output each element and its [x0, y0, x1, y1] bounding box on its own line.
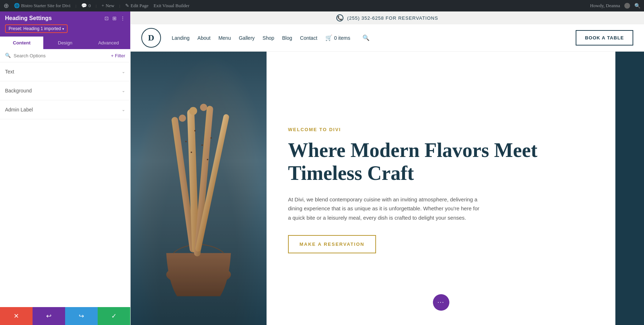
svg-point-12	[201, 144, 203, 146]
nav-link-menu[interactable]: Menu	[218, 35, 231, 41]
option-background-label: Background	[5, 88, 32, 94]
responsive-icon[interactable]: ⊡	[104, 15, 109, 21]
howdy-label: Howdy, Deanna	[590, 3, 620, 9]
book-table-button[interactable]: BOOK A TABLE	[576, 30, 633, 46]
sidebar-header-icons: ⊡ ⊞ ⋮	[104, 15, 125, 21]
phone-glyph: 📞	[337, 16, 342, 20]
more-icon[interactable]: ⋮	[120, 15, 125, 21]
option-text-arrow: ⌄	[122, 69, 125, 75]
svg-point-5	[189, 107, 197, 115]
nav-link-contact[interactable]: Contact	[300, 35, 317, 41]
main-layout: Heading Settings ⊡ ⊞ ⋮ Preset: Heading 1…	[0, 11, 644, 325]
phone-icon: 📞	[336, 14, 343, 21]
website-preview: 📞 (255) 352-6258 FOR RESERVATIONS D Land…	[131, 11, 644, 325]
filter-button[interactable]: + Filter	[111, 53, 125, 58]
admin-bar-right: Howdy, Deanna 🔍	[590, 3, 640, 9]
nav-link-gallery[interactable]: Gallery	[239, 35, 254, 41]
phone-bar: 📞 (255) 352-6258 FOR RESERVATIONS	[131, 11, 644, 24]
preset-badge[interactable]: Preset: Heading 1 imported ▾	[5, 24, 68, 33]
nav-links: Landing About Menu Gallery Shop Blog Con…	[172, 34, 565, 41]
nav-link-about[interactable]: About	[197, 35, 211, 41]
redo-button[interactable]: ↪	[65, 307, 98, 325]
site-logo[interactable]: D	[141, 28, 161, 48]
save-icon: ✓	[111, 312, 117, 320]
tab-design[interactable]: Design	[43, 37, 87, 49]
option-admin-label-label: Admin Label	[5, 107, 33, 113]
layout-icon[interactable]: ⊞	[112, 15, 117, 21]
hero-heading: Where Modern Flavors Meet Timeless Craft	[288, 139, 594, 185]
phone-text: (255) 352-6258 FOR RESERVATIONS	[347, 15, 438, 21]
sidebar-actions: ✕ ↩ ↪ ✓	[0, 307, 130, 325]
sidebar-title: Heading Settings	[5, 15, 52, 21]
dots-icon: ···	[438, 299, 445, 306]
sidebar-options: Text ⌄ Background ⌄ Admin Label ⌄	[0, 62, 130, 307]
hero-content: WELCOME TO DIVI Where Modern Flavors Mee…	[267, 52, 615, 325]
option-admin-label[interactable]: Admin Label ⌄	[0, 100, 130, 119]
svg-point-10	[191, 152, 192, 153]
sep1: |	[75, 4, 76, 8]
admin-bar: ⊕ 🌐 Bistro Starter Site for Divi | 💬 0 |…	[0, 0, 644, 11]
nav-link-blog[interactable]: Blog	[282, 35, 292, 41]
reservation-button[interactable]: MAKE A RESERVATION	[288, 235, 376, 253]
navbar: D Landing About Menu Gallery Shop Blog C…	[131, 24, 644, 52]
comment-icon: 💬	[81, 3, 87, 9]
hero-section: WELCOME TO DIVI Where Modern Flavors Mee…	[131, 52, 644, 325]
cancel-button[interactable]: ✕	[0, 307, 33, 325]
hero-eyebrow: WELCOME TO DIVI	[288, 127, 594, 132]
breadstick-svg	[131, 52, 267, 325]
option-text[interactable]: Text ⌄	[0, 62, 130, 81]
hero-body-text: At Divi, we blend contemporary cuisine w…	[288, 195, 481, 223]
tab-advanced[interactable]: Advanced	[87, 37, 130, 49]
svg-point-13	[207, 159, 208, 160]
sidebar-title-row: Heading Settings ⊡ ⊞ ⋮	[5, 15, 125, 24]
preset-label: Preset: Heading 1 imported	[9, 26, 61, 31]
cart-count: 0 items	[334, 35, 350, 41]
svg-point-11	[194, 130, 196, 132]
hero-right-panel	[615, 52, 644, 325]
nav-link-landing[interactable]: Landing	[172, 35, 190, 41]
undo-icon: ↩	[46, 312, 52, 320]
search-options-input[interactable]	[14, 53, 108, 58]
svg-point-7	[200, 104, 207, 111]
nav-link-shop[interactable]: Shop	[263, 35, 274, 41]
svg-point-3	[179, 115, 186, 122]
search-icon: 🔍	[5, 53, 11, 58]
plus-icon: +	[102, 3, 104, 9]
sidebar: Heading Settings ⊡ ⊞ ⋮ Preset: Heading 1…	[0, 11, 131, 325]
nav-search-icon[interactable]: 🔍	[362, 34, 370, 41]
save-button[interactable]: ✓	[98, 307, 130, 325]
exit-builder-link[interactable]: Exit Visual Builder	[153, 3, 189, 9]
logo-letter: D	[148, 33, 154, 43]
comments-link[interactable]: 💬 0	[81, 3, 91, 9]
option-admin-label-arrow: ⌄	[122, 107, 125, 113]
sidebar-tabs: Content Design Advanced	[0, 37, 130, 49]
nav-cart[interactable]: 🛒 0 items	[325, 34, 350, 41]
hero-image-panel	[131, 52, 267, 325]
sep2: |	[96, 4, 97, 8]
option-background-arrow: ⌄	[122, 88, 125, 94]
admin-search-icon[interactable]: 🔍	[634, 3, 640, 9]
preset-arrow: ▾	[62, 27, 64, 31]
option-text-label: Text	[5, 69, 14, 75]
sep3: |	[119, 4, 120, 8]
sidebar-header: Heading Settings ⊡ ⊞ ⋮ Preset: Heading 1…	[0, 11, 130, 37]
sidebar-search: 🔍 + Filter	[0, 49, 130, 62]
tab-content[interactable]: Content	[0, 37, 43, 49]
site-name[interactable]: 🌐 Bistro Starter Site for Divi	[14, 3, 70, 9]
pencil-icon: ✎	[125, 3, 129, 9]
edit-page-link[interactable]: ✎ Edit Page	[125, 3, 148, 9]
dots-menu-button[interactable]: ···	[433, 294, 449, 311]
wordpress-icon[interactable]: ⊕	[4, 2, 9, 10]
cart-icon: 🛒	[325, 34, 332, 41]
svg-point-14	[210, 137, 212, 139]
cancel-icon: ✕	[14, 312, 19, 320]
redo-icon: ↪	[79, 312, 84, 320]
admin-bar-left: ⊕ 🌐 Bistro Starter Site for Divi | 💬 0 |…	[4, 2, 584, 10]
svg-point-9	[185, 141, 187, 142]
user-avatar[interactable]	[624, 3, 630, 9]
option-background[interactable]: Background ⌄	[0, 81, 130, 100]
undo-button[interactable]: ↩	[33, 307, 65, 325]
new-link[interactable]: + New	[102, 3, 114, 9]
